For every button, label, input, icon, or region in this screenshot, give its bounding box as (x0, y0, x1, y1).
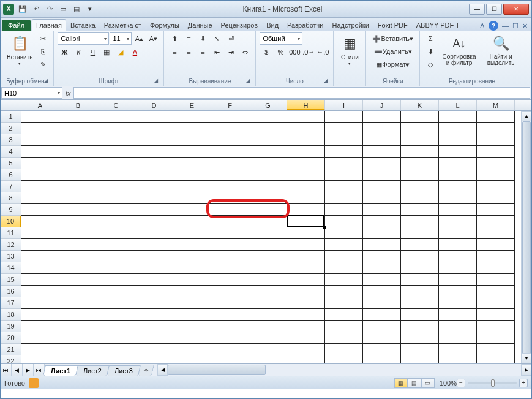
cell-F22[interactable] (211, 355, 249, 363)
format-cells-button[interactable]: ▦ Формат ▾ (370, 58, 416, 70)
cell-L10[interactable] (439, 216, 477, 227)
row-header-9[interactable]: 9 (1, 204, 21, 216)
cell-E8[interactable] (173, 192, 211, 204)
find-select-button[interactable]: 🔍 Найти и выделить (481, 32, 520, 67)
fill-color-button[interactable]: ◢ (114, 46, 127, 58)
cell-G9[interactable] (249, 204, 287, 216)
cell-B3[interactable] (59, 134, 97, 146)
cell-A14[interactable] (21, 262, 59, 274)
cell-D22[interactable] (135, 355, 173, 363)
page-break-view-button[interactable]: ▭ (421, 378, 435, 388)
row-header-14[interactable]: 14 (1, 262, 21, 274)
cell-C17[interactable] (97, 297, 135, 309)
column-header-D[interactable]: D (135, 100, 173, 110)
cell-L8[interactable] (439, 192, 477, 204)
cell-F16[interactable] (211, 286, 249, 297)
cell-H3[interactable] (287, 134, 325, 146)
fx-icon[interactable]: fx (66, 89, 71, 97)
fill-handle[interactable] (323, 226, 326, 229)
row-header-6[interactable]: 6 (1, 169, 21, 181)
cell-G16[interactable] (249, 286, 287, 297)
cell-L7[interactable] (439, 181, 477, 192)
doc-close-icon[interactable]: ✕ (522, 22, 528, 30)
align-bottom-button[interactable]: ⬇ (196, 32, 209, 45)
cell-H1[interactable] (287, 111, 325, 123)
cell-L12[interactable] (439, 239, 477, 251)
currency-button[interactable]: $ (260, 46, 273, 58)
row-header-1[interactable]: 1 (1, 111, 21, 123)
cell-H14[interactable] (287, 262, 325, 274)
cell-I8[interactable] (325, 192, 363, 204)
cell-D8[interactable] (135, 192, 173, 204)
cell-K11[interactable] (401, 227, 439, 239)
cell-J13[interactable] (363, 251, 401, 262)
cell-C22[interactable] (97, 355, 135, 363)
cell-C5[interactable] (97, 158, 135, 169)
sort-filter-button[interactable]: А↓ Сортировка и фильтр (438, 32, 480, 67)
tab-addins[interactable]: Надстройки (328, 19, 373, 31)
cell-F11[interactable] (211, 227, 249, 239)
cell-K19[interactable] (401, 321, 439, 332)
align-launcher[interactable]: ◢ (244, 78, 252, 85)
cell-A2[interactable] (21, 123, 59, 134)
cell-D1[interactable] (135, 111, 173, 123)
cell-E16[interactable] (173, 286, 211, 297)
cell-L2[interactable] (439, 123, 477, 134)
cell-B8[interactable] (59, 192, 97, 204)
column-header-L[interactable]: L (439, 100, 477, 110)
column-header-A[interactable]: A (21, 100, 59, 110)
fill-button[interactable]: ⬇ (424, 45, 437, 58)
font-color-button[interactable]: A (128, 46, 141, 58)
cell-D7[interactable] (135, 181, 173, 192)
cell-E13[interactable] (173, 251, 211, 262)
cell-D14[interactable] (135, 262, 173, 274)
cell-I4[interactable] (325, 146, 363, 158)
column-header-E[interactable]: E (173, 100, 211, 110)
doc-restore-icon[interactable]: ☐ (512, 22, 519, 30)
cell-H16[interactable] (287, 286, 325, 297)
cell-I3[interactable] (325, 134, 363, 146)
cell-D15[interactable] (135, 274, 173, 286)
save-button[interactable]: 💾 (17, 3, 29, 15)
cell-L5[interactable] (439, 158, 477, 169)
cell-K17[interactable] (401, 297, 439, 309)
tab-home[interactable]: Главная (32, 19, 66, 31)
row-header-3[interactable]: 3 (1, 134, 21, 146)
cell-I15[interactable] (325, 274, 363, 286)
cell-H20[interactable] (287, 332, 325, 344)
column-header-M[interactable]: M (477, 100, 515, 110)
normal-view-button[interactable]: ▦ (394, 378, 408, 388)
cell-D17[interactable] (135, 297, 173, 309)
cell-J8[interactable] (363, 192, 401, 204)
underline-button[interactable]: Ч (86, 46, 99, 58)
cell-H11[interactable] (287, 227, 325, 239)
cell-F14[interactable] (211, 262, 249, 274)
cell-F8[interactable] (211, 192, 249, 204)
cell-A19[interactable] (21, 321, 59, 332)
row-header-7[interactable]: 7 (1, 181, 21, 192)
column-header-G[interactable]: G (249, 100, 287, 110)
inc-decimal-button[interactable]: .0→ (302, 46, 315, 58)
cell-J1[interactable] (363, 111, 401, 123)
cell-J4[interactable] (363, 146, 401, 158)
minimize-ribbon-icon[interactable]: ᐱ (480, 22, 485, 30)
column-header-C[interactable]: C (97, 100, 135, 110)
cell-E1[interactable] (173, 111, 211, 123)
tab-page-layout[interactable]: Разметка ст (100, 19, 146, 31)
cell-E10[interactable] (173, 216, 211, 227)
cell-A13[interactable] (21, 251, 59, 262)
cell-H5[interactable] (287, 158, 325, 169)
cell-M15[interactable] (477, 274, 515, 286)
cell-A8[interactable] (21, 192, 59, 204)
cell-M16[interactable] (477, 286, 515, 297)
cell-B14[interactable] (59, 262, 97, 274)
cell-C1[interactable] (97, 111, 135, 123)
tab-insert[interactable]: Вставка (66, 19, 100, 31)
sheet-tab-3[interactable]: Лист3 (107, 365, 141, 376)
sheet-tab-2[interactable]: Лист2 (75, 365, 110, 376)
cell-G19[interactable] (249, 321, 287, 332)
cell-I7[interactable] (325, 181, 363, 192)
cell-A12[interactable] (21, 239, 59, 251)
cell-G1[interactable] (249, 111, 287, 123)
formula-input[interactable] (73, 87, 530, 99)
